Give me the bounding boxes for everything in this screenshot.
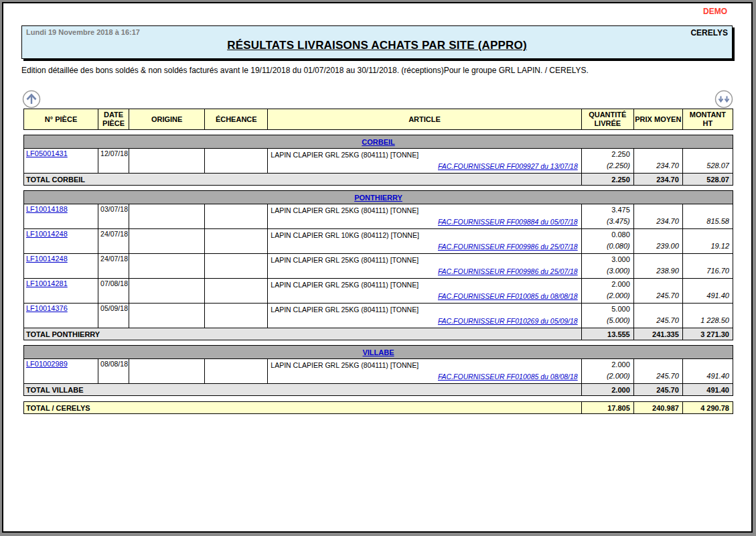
piece-date: 12/07/18 bbox=[98, 149, 129, 174]
article-label: LAPIN CLAPIER GRL 25KG (804111) [TONNE] bbox=[269, 205, 580, 216]
report-datetime: Lundi 19 Novembre 2018 à 16:17 bbox=[26, 28, 140, 38]
amount-cell: 491.40 bbox=[682, 279, 733, 304]
article-cell: LAPIN CLAPIER GRL 25KG (804111) [TONNE] … bbox=[268, 304, 581, 328]
article-label: LAPIN CLAPIER GRL 25KG (804111) [TONNE] bbox=[269, 360, 580, 371]
site-total-price: 241.335 bbox=[633, 328, 682, 340]
amount-cell: 1 228.50 bbox=[682, 304, 733, 328]
site-section-bar: VILLABE bbox=[24, 346, 733, 359]
avg-price-cell: 234.70 bbox=[633, 204, 682, 229]
supplier-invoice-link[interactable]: FAC.FOURNISSEUR FF009884 du 05/07/18 bbox=[438, 218, 578, 226]
article-label: LAPIN CLAPIER GRL 25KG (804111) [TONNE] bbox=[269, 149, 580, 161]
column-header-row: N° PIÈCEDATE PIÈCEORIGINEÉCHEANCEARTICLE… bbox=[23, 109, 733, 130]
report-header: Lundi 19 Novembre 2018 à 16:17 CERELYS R… bbox=[21, 25, 733, 59]
avg-price-cell: 239.00 bbox=[633, 229, 682, 254]
scroll-controls bbox=[22, 90, 733, 109]
report-page: DEMO Lundi 19 Novembre 2018 à 16:17 CERE… bbox=[2, 2, 753, 533]
company-name: CERELYS bbox=[690, 28, 728, 38]
echeance-cell bbox=[205, 204, 268, 229]
piece-number-link[interactable]: LF10014188 bbox=[26, 205, 68, 213]
site-total-row: TOTAL VILLABE 2.000 245.70 491.40 bbox=[24, 384, 733, 396]
site-section-bar: PONTHIERRY bbox=[24, 191, 733, 204]
table-row: LF01002989 08/08/18 LAPIN CLAPIER GRL 25… bbox=[24, 359, 733, 384]
quantity-cell: 5.000(5.000) bbox=[581, 304, 633, 328]
site-total-quantity: 2.250 bbox=[581, 174, 633, 186]
piece-number-link[interactable]: LF10014376 bbox=[26, 304, 68, 312]
article-cell: LAPIN CLAPIER GRL 25KG (804111) [TONNE] … bbox=[268, 279, 581, 304]
article-cell: LAPIN CLAPIER GRL 25KG (804111) [TONNE] … bbox=[268, 359, 581, 384]
origine-cell bbox=[129, 359, 205, 384]
piece-date: 03/07/18 bbox=[98, 204, 129, 229]
article-cell: LAPIN CLAPIER GRL 10KG (804112) [TONNE] … bbox=[268, 229, 581, 254]
article-cell: LAPIN CLAPIER GRL 25KG (804111) [TONNE] … bbox=[268, 149, 581, 174]
site-total-price: 234.70 bbox=[633, 174, 682, 186]
grand-total-label: TOTAL / CERELYS bbox=[24, 402, 582, 414]
table-row: LF10014376 05/09/18 LAPIN CLAPIER GRL 25… bbox=[24, 304, 733, 328]
origine-cell bbox=[129, 204, 205, 229]
grand-total-table: TOTAL / CERELYS 17.805 240.987 4 290.78 bbox=[23, 401, 733, 414]
grand-total-amount: 4 290.78 bbox=[682, 402, 733, 414]
article-cell: LAPIN CLAPIER GRL 25KG (804111) [TONNE] … bbox=[268, 204, 581, 229]
site-total-label: TOTAL VILLABE bbox=[24, 384, 582, 396]
scroll-up-icon[interactable] bbox=[22, 90, 41, 109]
quantity-cell: 2.000(2.000) bbox=[581, 359, 633, 384]
piece-date: 07/08/18 bbox=[98, 279, 129, 304]
article-label: LAPIN CLAPIER GRL 10KG (804112) [TONNE] bbox=[269, 230, 580, 241]
article-label: LAPIN CLAPIER GRL 25KG (804111) [TONNE] bbox=[269, 255, 580, 266]
echeance-cell bbox=[205, 229, 268, 254]
table-row: LF10014248 24/07/18 LAPIN CLAPIER GRL 25… bbox=[24, 254, 733, 279]
report-table: N° PIÈCEDATE PIÈCEORIGINEÉCHEANCEARTICLE… bbox=[23, 109, 733, 414]
supplier-invoice-link[interactable]: FAC.FOURNISSEUR FF009986 du 25/07/18 bbox=[438, 267, 578, 275]
site-total-quantity: 2.000 bbox=[581, 384, 633, 396]
avg-price-cell: 245.70 bbox=[633, 279, 682, 304]
page-title: RÉSULTATS LIVRAISONS ACHATS PAR SITE (AP… bbox=[22, 39, 732, 52]
site-total-label: TOTAL CORBEIL bbox=[24, 174, 582, 186]
column-header: ARTICLE bbox=[268, 109, 581, 130]
piece-date: 24/07/18 bbox=[98, 229, 129, 254]
piece-number-link[interactable]: LF01002989 bbox=[26, 360, 68, 368]
supplier-invoice-link[interactable]: FAC.FOURNISSEUR FF009986 du 25/07/18 bbox=[438, 243, 578, 251]
amount-cell: 815.58 bbox=[682, 204, 733, 229]
site-section-bar: CORBEIL bbox=[24, 135, 733, 149]
amount-cell: 716.70 bbox=[682, 254, 733, 279]
column-header: DATE PIÈCE bbox=[98, 109, 129, 130]
column-header: N° PIÈCE bbox=[24, 109, 98, 130]
site-link[interactable]: CORBEIL bbox=[362, 138, 395, 146]
echeance-cell bbox=[205, 279, 268, 304]
grand-total-row: TOTAL / CERELYS 17.805 240.987 4 290.78 bbox=[24, 402, 733, 414]
grand-total-price: 240.987 bbox=[633, 402, 682, 414]
quantity-cell: 3.475(3.475) bbox=[581, 204, 633, 229]
column-header: MONTANT HT bbox=[682, 109, 733, 130]
site-total-price: 245.70 bbox=[633, 384, 682, 396]
scroll-down-icon[interactable] bbox=[714, 90, 733, 109]
column-header: ÉCHEANCE bbox=[205, 109, 268, 130]
amount-cell: 528.07 bbox=[682, 149, 733, 174]
grand-total-quantity: 17.805 bbox=[581, 402, 633, 414]
avg-price-cell: 245.70 bbox=[633, 304, 682, 328]
quantity-cell: 2.250(2.250) bbox=[581, 149, 633, 174]
piece-number-link[interactable]: LF10014248 bbox=[26, 230, 68, 238]
supplier-invoice-link[interactable]: FAC.FOURNISSEUR FF009927 du 13/07/18 bbox=[438, 162, 578, 170]
echeance-cell bbox=[205, 254, 268, 279]
site-total-quantity: 13.555 bbox=[581, 328, 633, 340]
echeance-cell bbox=[205, 304, 268, 328]
table-row: LF05001431 12/07/18 LAPIN CLAPIER GRL 25… bbox=[24, 149, 733, 174]
site-link[interactable]: VILLABE bbox=[362, 348, 394, 356]
site-total-row: TOTAL CORBEIL 2.250 234.70 528.07 bbox=[24, 174, 733, 186]
supplier-invoice-link[interactable]: FAC.FOURNISSEUR FF010085 du 08/08/18 bbox=[438, 373, 578, 381]
site-total-label: TOTAL PONTHIERRY bbox=[24, 328, 582, 340]
supplier-invoice-link[interactable]: FAC.FOURNISSEUR FF010085 du 08/08/18 bbox=[438, 292, 578, 300]
column-header: ORIGINE bbox=[129, 109, 205, 130]
piece-number-link[interactable]: LF10014248 bbox=[26, 255, 68, 263]
article-label: LAPIN CLAPIER GRL 25KG (804111) [TONNE] bbox=[269, 279, 580, 291]
avg-price-cell: 238.90 bbox=[633, 254, 682, 279]
quantity-cell: 2.000(2.000) bbox=[581, 279, 633, 304]
site-link[interactable]: PONTHIERRY bbox=[354, 194, 402, 202]
supplier-invoice-link[interactable]: FAC.FOURNISSEUR FF010269 du 05/09/18 bbox=[438, 317, 578, 325]
site-total-row: TOTAL PONTHIERRY 13.555 241.335 3 271.30 bbox=[24, 328, 733, 340]
quantity-cell: 3.000(3.000) bbox=[581, 254, 633, 279]
piece-number-link[interactable]: LF05001431 bbox=[26, 149, 68, 157]
avg-price-cell: 234.70 bbox=[633, 149, 682, 174]
column-header: PRIX MOYEN bbox=[633, 109, 682, 130]
piece-number-link[interactable]: LF10014281 bbox=[26, 279, 68, 287]
site-total-amount: 3 271.30 bbox=[682, 328, 733, 340]
